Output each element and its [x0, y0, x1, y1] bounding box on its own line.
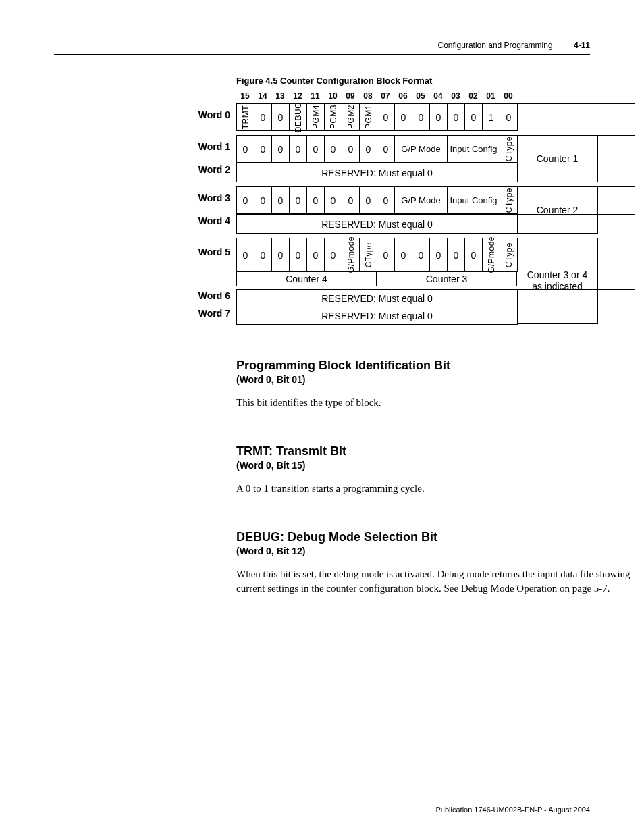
section-title: DEBUG: Debug Mode Selection Bit	[236, 530, 635, 544]
w4-reserved: RESERVED: Must equal 0	[237, 215, 518, 234]
w1-b15: 0	[237, 136, 254, 163]
w1-b09: 0	[342, 136, 360, 163]
word2-label: Word 2	[183, 164, 230, 175]
counter3-sublabel: Counter 3	[377, 272, 517, 286]
bit-header-row: 15 14 13 12 11 10 09 08 07 06 05 04 03 0…	[236, 91, 635, 101]
running-header: Configuration and Programming 4-11	[54, 41, 590, 50]
w5c3-1: 0	[395, 238, 412, 272]
section-body: When this bit is set, the debug mode is …	[236, 567, 635, 597]
w1-b07: 0	[377, 136, 395, 163]
bit-col: 00	[500, 91, 517, 101]
bit-col: 07	[377, 91, 394, 101]
w0-b07: 0	[377, 104, 395, 131]
word0-row: Word 0 TRMT 0 0 DEBUG PGM4 PGM3 PGM2 PGM…	[236, 103, 635, 131]
word2-row: Word 2 RESERVED: Must equal 0	[236, 163, 635, 182]
w5c4-3: 0	[290, 238, 307, 272]
w5c4-5: 0	[325, 238, 342, 272]
figure-caption: Figure 4.5 Counter Configuration Block F…	[236, 76, 635, 86]
w5c4-1: 0	[254, 238, 272, 272]
bit-col: 11	[306, 91, 324, 101]
bit-col: 10	[324, 91, 342, 101]
w5c3-4: 0	[448, 238, 465, 272]
w5c3-0: 0	[377, 238, 395, 272]
w3-b10: 0	[325, 187, 342, 214]
w0-b10: PGM3	[325, 104, 342, 131]
w0-b03: 0	[448, 104, 465, 131]
w3-inputcfg: Input Config	[448, 187, 500, 214]
w1-inputcfg: Input Config	[448, 136, 500, 163]
w5c4-gp: G/Pmode	[342, 238, 360, 272]
w3-b09: 0	[342, 187, 360, 214]
word7-row: Word 7 RESERVED: Must equal 0	[236, 307, 635, 325]
w1-ctype: CType	[500, 136, 518, 163]
w3-b08: 0	[360, 187, 377, 214]
w1-b10: 0	[325, 136, 342, 163]
w3-b14: 0	[254, 187, 272, 214]
section-subtitle: (Word 0, Bit 15)	[236, 460, 635, 471]
w0-b09: PGM2	[342, 104, 360, 131]
w0-b01: 1	[483, 104, 500, 131]
w0-b14: 0	[254, 104, 272, 131]
counter4-sublabel: Counter 4	[236, 272, 377, 286]
w1-b13: 0	[272, 136, 290, 163]
content-column: Figure 4.5 Counter Configuration Block F…	[236, 76, 635, 596]
section-trmt: TRMT: Transmit Bit (Word 0, Bit 15) A 0 …	[236, 444, 635, 496]
w0-b06: 0	[395, 104, 412, 131]
bit-col: 05	[412, 91, 429, 101]
w5c3-ctype: CType	[500, 238, 518, 272]
w3-b12: 0	[290, 187, 307, 214]
w0-b11: PGM4	[307, 104, 325, 131]
section-debug: DEBUG: Debug Mode Selection Bit (Word 0,…	[236, 530, 635, 597]
figure: 15 14 13 12 11 10 09 08 07 06 05 04 03 0…	[236, 91, 635, 325]
w5c3-2: 0	[412, 238, 430, 272]
footer-publication: Publication 1746-UM002B-EN-P - August 20…	[436, 806, 591, 814]
w3-b15: 0	[237, 187, 254, 214]
w3-gpmode: G/P Mode	[395, 187, 448, 214]
page-number: 4-11	[574, 41, 590, 50]
w5c3-5: 0	[465, 238, 483, 272]
bit-col: 09	[342, 91, 359, 101]
word5-label: Word 5	[183, 246, 230, 257]
bit-col: 13	[271, 91, 289, 101]
w3-ctype: CType	[500, 187, 518, 214]
word3-label: Word 3	[183, 192, 230, 203]
bit-col: 15	[236, 91, 254, 101]
w3-b07: 0	[377, 187, 395, 214]
word5-row: Word 5 0 0 0 0 0 0 G/Pmode CType 0 0 0 0…	[236, 238, 635, 272]
word0-label: Word 0	[183, 109, 230, 120]
bit-col: 12	[289, 91, 306, 101]
w5c3-3: 0	[430, 238, 448, 272]
w1-b12: 0	[290, 136, 307, 163]
word6-label: Word 6	[183, 290, 230, 301]
bit-col: 08	[359, 91, 377, 101]
counter34-group: Counter 3 or 4 as indicated Word 5 0 0 0…	[236, 238, 635, 325]
w0-b13: 0	[272, 104, 290, 131]
section-body: A 0 to 1 transition starts a programming…	[236, 481, 635, 496]
w3-b11: 0	[307, 187, 325, 214]
section-title: TRMT: Transmit Bit	[236, 444, 635, 459]
w1-b11: 0	[307, 136, 325, 163]
bit-col: 14	[254, 91, 271, 101]
w5c4-2: 0	[272, 238, 290, 272]
word7-label: Word 7	[183, 308, 230, 319]
word1-row: Word 1 0 0 0 0 0 0 0 0 0 G/P Mode Input …	[236, 135, 635, 163]
section-subtitle: (Word 0, Bit 01)	[236, 374, 635, 385]
header-section: Configuration and Programming	[438, 41, 553, 50]
counter1-group: Counter 1 Word 1 0 0 0 0 0 0 0 0 0 G/P M…	[236, 135, 635, 182]
section-body: This bit identifies the type of block.	[236, 396, 635, 411]
w5c4-ctype: CType	[360, 238, 377, 272]
w0-b00: 0	[500, 104, 518, 131]
w5c4-0: 0	[237, 238, 254, 272]
word3-row: Word 3 0 0 0 0 0 0 0 0 0 G/P Mode Input …	[236, 186, 635, 214]
w5c3-gp: G/Pmode	[483, 238, 500, 272]
bit-col: 04	[429, 91, 447, 101]
word1-label: Word 1	[183, 141, 230, 152]
w2-reserved: RESERVED: Must equal 0	[237, 163, 518, 182]
section-prog-block-id: Programming Block Identification Bit (Wo…	[236, 359, 635, 411]
word4-label: Word 4	[183, 215, 230, 226]
bit-col: 02	[464, 91, 482, 101]
w3-b13: 0	[272, 187, 290, 214]
bit-col: 03	[447, 91, 464, 101]
w0-b05: 0	[412, 104, 430, 131]
w0-b02: 0	[465, 104, 483, 131]
